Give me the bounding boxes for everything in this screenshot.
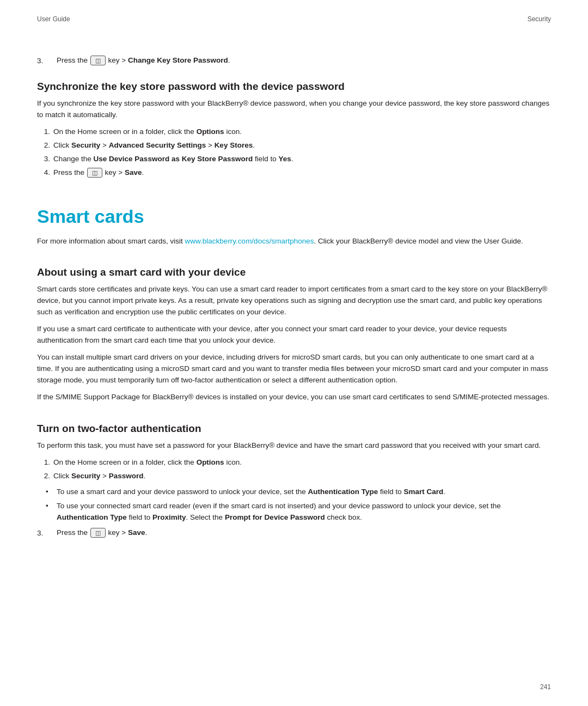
step-num-3: 3. — [37, 57, 52, 65]
about-para-3: You can install multiple smart card driv… — [37, 352, 551, 386]
two-factor-section: Turn on two-factor authentication To per… — [37, 423, 551, 538]
header-right: Security — [528, 15, 551, 23]
step-text: Change the Use Device Password as Key St… — [53, 154, 293, 165]
list-item: To use a smart card and your device pass… — [37, 486, 551, 498]
page-header: User Guide Security — [37, 15, 551, 23]
bullet-text: To use your connected smart card reader … — [57, 501, 551, 524]
list-item: 4. Press the ◫ key > Save. — [37, 167, 551, 179]
step-text: On the Home screen or in a folder, click… — [53, 457, 242, 468]
two-factor-title: Turn on two-factor authentication — [37, 423, 551, 435]
list-item: 3. Change the Use Device Password as Key… — [37, 154, 551, 165]
smart-cards-chapter: Smart cards For more information about s… — [37, 206, 551, 247]
page-number: 241 — [540, 683, 551, 691]
list-item: 2. Click Security > Password. — [37, 471, 551, 482]
bb-key-icon-3: ◫ — [90, 528, 106, 538]
step-num: 1. — [37, 457, 50, 468]
step-text: Click Security > Advanced Security Setti… — [53, 140, 255, 151]
about-para-1: Smart cards store certificates and priva… — [37, 284, 551, 318]
step-num: 1. — [37, 126, 50, 138]
two-factor-steps: 1. On the Home screen or in a folder, cl… — [37, 457, 551, 482]
about-smart-card-section: About using a smart card with your devic… — [37, 266, 551, 403]
step-num: 3. — [37, 529, 52, 537]
page-footer: 241 — [540, 683, 551, 691]
two-factor-intro: To perform this task, you must have set … — [37, 440, 551, 452]
sync-section: Synchronize the key store password with … — [37, 81, 551, 179]
step-text: Press the ◫ key > Save. — [53, 167, 144, 179]
sync-title: Synchronize the key store password with … — [37, 81, 551, 93]
step-num: 2. — [37, 140, 50, 151]
about-smart-card-title: About using a smart card with your devic… — [37, 266, 551, 278]
sync-steps: 1. On the Home screen or in a folder, cl… — [37, 126, 551, 179]
about-para-2: If you use a smart card certificate to a… — [37, 324, 551, 346]
two-factor-step3: 3. Press the ◫ key > Save. — [37, 528, 551, 538]
step-text: On the Home screen or in a folder, click… — [53, 126, 242, 138]
list-item: 2. Click Security > Advanced Security Se… — [37, 140, 551, 151]
smart-cards-link[interactable]: www.blackberry.com/docs/smartphones — [185, 237, 314, 245]
step-num: 4. — [37, 167, 50, 179]
smart-cards-intro: For more information about smart cards, … — [37, 236, 551, 247]
bb-key-icon-2: ◫ — [87, 168, 102, 178]
bullet-text: To use a smart card and your device pass… — [57, 486, 445, 498]
step3-action: Change Key Store Password — [128, 56, 228, 64]
step3-save-text: Press the ◫ key > Save. — [57, 528, 147, 538]
step3-change-key: 3. Press the ◫ key > Change Key Store Pa… — [37, 56, 551, 65]
list-item: 1. On the Home screen or in a folder, cl… — [37, 126, 551, 138]
page-content: 3. Press the ◫ key > Change Key Store Pa… — [37, 56, 551, 538]
bb-key-icon-1: ◫ — [90, 56, 106, 65]
header-left: User Guide — [37, 15, 70, 23]
chapter-title: Smart cards — [37, 206, 551, 227]
step3-text: Press the ◫ key > Change Key Store Passw… — [57, 56, 230, 65]
page: User Guide Security 3. Press the ◫ key >… — [0, 0, 588, 706]
list-item: 1. On the Home screen or in a folder, cl… — [37, 457, 551, 468]
list-item: To use your connected smart card reader … — [37, 501, 551, 524]
two-factor-bullets: To use a smart card and your device pass… — [37, 486, 551, 524]
step-text: Click Security > Password. — [53, 471, 145, 482]
step-num: 3. — [37, 154, 50, 165]
step-num: 2. — [37, 471, 50, 482]
sync-intro: If you synchronize the key store passwor… — [37, 98, 551, 121]
about-para-4: If the S/MIME Support Package for BlackB… — [37, 392, 551, 403]
